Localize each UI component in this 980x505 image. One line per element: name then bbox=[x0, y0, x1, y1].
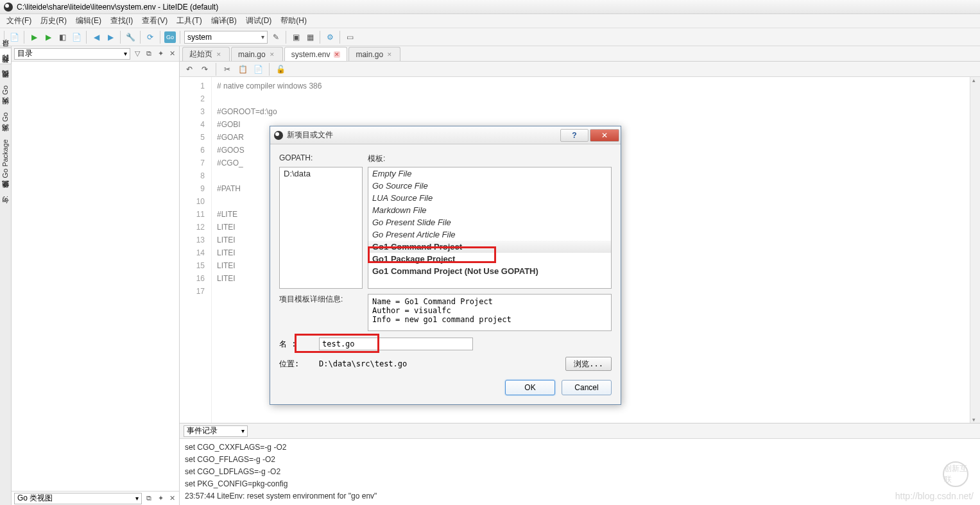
vtab-dir[interactable]: 1: 目录 bbox=[0, 47, 12, 64]
term-icon[interactable]: ▭ bbox=[344, 31, 356, 43]
undo-icon[interactable]: ↶ bbox=[184, 64, 195, 75]
scrollbar-v[interactable] bbox=[970, 77, 980, 423]
gopath-list[interactable]: D:\data bbox=[279, 167, 363, 289]
list-item[interactable]: LUA Source File bbox=[368, 192, 611, 204]
menu-debug[interactable]: 调试(D) bbox=[242, 14, 276, 28]
menu-build[interactable]: 编译(B) bbox=[207, 14, 241, 28]
vtab-open-docs[interactable]: 2: 打开文档 bbox=[0, 64, 11, 80]
dialog-titlebar[interactable]: 新项目或文件 ? ✕ bbox=[270, 126, 621, 144]
close-panel-icon[interactable]: ✕ bbox=[168, 49, 176, 58]
ok-button[interactable]: OK bbox=[505, 380, 555, 395]
close-icon[interactable]: ✕ bbox=[270, 51, 276, 58]
add-icon[interactable]: ✦ bbox=[156, 49, 165, 58]
menubar: 文件(F) 历史(R) 编辑(E) 查找(I) 查看(V) 工具(T) 编译(B… bbox=[0, 14, 980, 28]
list-item[interactable]: Go Present Article File bbox=[368, 228, 611, 241]
env-select[interactable]: system bbox=[184, 31, 268, 44]
menu-history[interactable]: 历史(R) bbox=[37, 14, 71, 28]
close-icon[interactable]: ✕ bbox=[387, 51, 393, 58]
close-icon[interactable]: ✕ bbox=[216, 51, 223, 58]
bottom-panel: 事件记录 set CGO_CXXFLAGS=-g -O2set CGO_FFLA… bbox=[180, 423, 980, 505]
dir-tree[interactable] bbox=[12, 62, 179, 491]
left-panel: 目录 ▽ ⧉ ✦ ✕ Go 类视图 ⧉ ✦ ✕ bbox=[12, 46, 180, 505]
new-project-dialog: 新项目或文件 ? ✕ GOPATH: 模板: D:\data Empty Fil… bbox=[270, 126, 621, 405]
watermark-logo: 创新互联 bbox=[943, 461, 968, 487]
event-log: set CGO_CXXFLAGS=-g -O2set CGO_FFLAGS=-g… bbox=[180, 439, 980, 505]
tab-main1[interactable]: main.go✕ bbox=[231, 47, 283, 61]
run-icon[interactable]: ▶ bbox=[28, 31, 40, 43]
name-label: 名 : bbox=[279, 339, 315, 350]
cv-sync-icon[interactable]: ⧉ bbox=[144, 494, 153, 503]
doc-icon[interactable]: 📄 bbox=[71, 31, 82, 43]
vtab-filesys[interactable]: 6: 文件系统 bbox=[0, 190, 11, 205]
browse-button[interactable]: 浏览... bbox=[565, 357, 612, 371]
go-icon[interactable]: Go bbox=[164, 31, 176, 43]
back-icon[interactable]: ◀ bbox=[90, 31, 102, 43]
template-info: Name = Go1 Command ProjectAuthor = visua… bbox=[368, 294, 612, 331]
classview-select[interactable]: Go 类视图 bbox=[14, 493, 142, 504]
filter-icon[interactable]: ▽ bbox=[133, 49, 142, 58]
left-sidebar-tabs: 1: 目录 2: 打开文档 3: Go 类视图 4: Go 大纲 5: Go P… bbox=[0, 46, 12, 505]
menu-help[interactable]: 帮助(H) bbox=[277, 14, 311, 28]
cut-icon[interactable]: ✂ bbox=[221, 64, 233, 75]
paste-icon[interactable]: 📄 bbox=[252, 64, 264, 75]
main-toolbar: 📄 ▶ ▶ ◧ 📄 ◀ ▶ 🔧 ⟳ Go system ✎ ▣ ▦ ⚙ ▭ bbox=[0, 28, 980, 46]
dialog-title: 新项目或文件 bbox=[287, 130, 560, 141]
template-label: 模板: bbox=[368, 153, 612, 164]
editor-tabs: 起始页✕ main.go✕ system.env✕ main.go✕ bbox=[180, 46, 980, 62]
tab-main2[interactable]: main.go✕ bbox=[348, 47, 400, 61]
sync-icon[interactable]: ⧉ bbox=[144, 49, 153, 58]
window-titlebar: C:\liteide\share\liteide\liteenv\system.… bbox=[0, 0, 980, 14]
gear-icon[interactable]: ⚙ bbox=[324, 31, 336, 43]
cv-close-icon[interactable]: ✕ bbox=[168, 494, 176, 503]
fwd-icon[interactable]: ▶ bbox=[105, 31, 116, 43]
menu-tools[interactable]: 工具(T) bbox=[173, 14, 205, 28]
copy-icon[interactable]: 📋 bbox=[237, 64, 248, 75]
list-item[interactable]: Empty File bbox=[368, 167, 611, 180]
tab-systemenv[interactable]: system.env✕ bbox=[284, 47, 348, 61]
edit-env-icon[interactable]: ✎ bbox=[270, 31, 282, 43]
cv-opt-icon[interactable]: ✦ bbox=[156, 494, 165, 503]
run2-icon[interactable]: ▶ bbox=[42, 31, 54, 43]
list-item[interactable]: Go Source File bbox=[368, 180, 611, 192]
name-input[interactable] bbox=[319, 338, 473, 350]
cancel-button[interactable]: Cancel bbox=[562, 380, 612, 395]
wrench-icon[interactable]: 🔧 bbox=[125, 31, 136, 43]
dir-select[interactable]: 目录 bbox=[14, 48, 130, 60]
close-icon[interactable]: ✕ bbox=[334, 51, 340, 58]
refresh-icon[interactable]: ⟳ bbox=[144, 31, 156, 43]
location-label: 位置: bbox=[279, 359, 315, 370]
menu-edit[interactable]: 编辑(E) bbox=[72, 14, 105, 28]
menu-view[interactable]: 查看(V) bbox=[138, 14, 171, 28]
tab-start[interactable]: 起始页✕ bbox=[182, 47, 230, 61]
menu-file[interactable]: 文件(F) bbox=[3, 14, 35, 28]
list-item[interactable]: Go Present Slide File bbox=[368, 216, 611, 228]
stop-icon[interactable]: ◧ bbox=[56, 31, 68, 43]
vtab-package[interactable]: 5: Go Package 浏览 bbox=[0, 133, 11, 190]
app-icon bbox=[4, 3, 13, 12]
lock-icon[interactable]: 🔓 bbox=[275, 64, 286, 75]
vtab-class-view[interactable]: 3: Go 类视图 bbox=[0, 80, 11, 107]
list-item[interactable]: Go1 Command Project bbox=[368, 241, 611, 253]
list-item[interactable]: D:\data bbox=[280, 167, 362, 180]
vtab-start[interactable]: 勺 bbox=[0, 205, 11, 213]
close-button[interactable]: ✕ bbox=[590, 129, 619, 142]
gopath-label: GOPATH: bbox=[279, 153, 363, 164]
app-icon bbox=[274, 131, 283, 140]
menu-find[interactable]: 查找(I) bbox=[107, 14, 137, 28]
window-title: C:\liteide\share\liteide\liteenv\system.… bbox=[17, 3, 218, 12]
info-label: 项目模板详细信息: bbox=[279, 294, 363, 331]
panels-icon[interactable]: ▦ bbox=[304, 31, 316, 43]
help-button[interactable]: ? bbox=[560, 129, 589, 142]
list-item[interactable]: Markdown File bbox=[368, 204, 611, 216]
vtab-outline[interactable]: 4: Go 大纲 bbox=[0, 107, 11, 133]
redo-icon[interactable]: ↷ bbox=[199, 64, 211, 75]
list-item[interactable]: Go1 Command Project (Not Use GOPATH) bbox=[368, 265, 611, 277]
screen-icon[interactable]: ▣ bbox=[290, 31, 302, 43]
new-icon[interactable]: 📄 bbox=[8, 31, 20, 43]
event-log-select[interactable]: 事件记录 bbox=[184, 425, 248, 437]
template-list[interactable]: Empty FileGo Source FileLUA Source FileM… bbox=[368, 167, 612, 289]
editor-toolbar: ↶ ↷ ✂ 📋 📄 🔓 bbox=[180, 62, 980, 77]
location-value: D:\data\src\test.go bbox=[319, 359, 562, 368]
watermark-url: http://blog.csdn.net/ bbox=[895, 491, 974, 501]
list-item[interactable]: Go1 Package Project bbox=[368, 253, 611, 265]
